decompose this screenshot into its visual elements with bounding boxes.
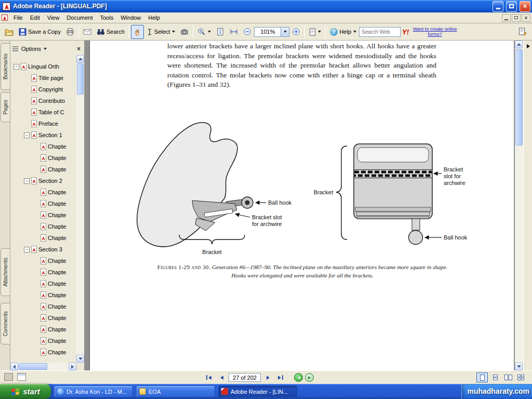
scroll-up-button[interactable] (76, 55, 84, 63)
create-online-forms-link[interactable]: Want to create online forms? (410, 26, 459, 37)
bookmark-item[interactable]: −Section 2 (10, 175, 76, 187)
email-button[interactable] (81, 25, 94, 39)
bookmark-item[interactable]: Chapte (10, 347, 76, 358)
zoom-tool-button[interactable] (195, 25, 214, 39)
bookmark-item[interactable]: Chapte (10, 152, 76, 164)
restore-button[interactable] (506, 1, 517, 12)
expander-icon[interactable]: − (14, 64, 19, 70)
bookmark-item[interactable]: −Section 1 (10, 129, 76, 141)
panel-horizontal-scrollbar[interactable] (10, 363, 76, 370)
continuous-facing-view-button[interactable] (515, 373, 527, 382)
scrollbar-thumb[interactable] (77, 63, 84, 95)
bookmark-item[interactable]: Title page (10, 72, 76, 84)
menu-item[interactable]: View (44, 13, 63, 22)
bookmark-item[interactable]: Chapte (10, 278, 76, 289)
bookmark-item[interactable]: Copyright (10, 84, 76, 95)
document-icon[interactable] (2, 15, 8, 21)
tab-pages[interactable]: Pages (1, 92, 10, 122)
menu-item[interactable]: Tools (97, 13, 117, 22)
statusbar-doc-icon[interactable] (4, 373, 13, 381)
first-page-button[interactable] (204, 373, 214, 382)
bookmark-item[interactable]: Preface (10, 118, 76, 129)
zoom-in-button[interactable] (289, 25, 303, 39)
bookmark-item[interactable]: Chapte (10, 255, 76, 267)
bookmark-item[interactable]: Chapte (10, 232, 76, 244)
bookmark-item[interactable]: Chapte (10, 324, 76, 335)
select-tool-button[interactable]: Select (144, 25, 178, 39)
taskbar-task-button[interactable]: Adobe Reader - [LIN... (218, 385, 297, 397)
bookmark-item[interactable]: Chapte (10, 335, 76, 347)
zoom-level-value[interactable]: 101% (254, 27, 281, 37)
scroll-right-button[interactable] (69, 363, 76, 370)
page-indicator[interactable]: 27 of 202 (229, 373, 261, 382)
bookmark-item[interactable]: Chapte (10, 221, 76, 232)
fit-width-button[interactable] (227, 25, 241, 39)
search-button[interactable]: Search (94, 25, 127, 39)
forms-button[interactable] (516, 25, 530, 39)
bookmark-item[interactable]: Chapte (10, 267, 76, 278)
expander-icon[interactable]: − (24, 247, 30, 252)
start-button[interactable]: start (0, 384, 51, 399)
mdi-close-button[interactable]: × (522, 14, 530, 22)
single-page-view-button[interactable] (476, 373, 488, 382)
bookmark-item[interactable]: Chapte (10, 164, 76, 175)
menu-item[interactable]: Help (144, 13, 164, 22)
menu-item[interactable]: Edit (26, 13, 44, 22)
statusbar-view-icon[interactable] (17, 373, 26, 381)
help-button[interactable]: ? Help (327, 25, 359, 39)
options-menu[interactable]: Options (21, 46, 41, 52)
tab-attachments[interactable]: Attachments (1, 248, 10, 296)
bookmark-item[interactable]: Chapte (10, 198, 76, 209)
expander-icon[interactable]: − (24, 178, 30, 184)
previous-view-button[interactable] (294, 373, 303, 382)
bookmark-item[interactable]: Chapte (10, 301, 76, 312)
previous-page-button[interactable] (216, 373, 227, 382)
mdi-restore-button[interactable] (512, 14, 521, 22)
taskbar-task-button[interactable]: Dr. Asha Kori - LD - M... (54, 385, 133, 397)
bookmark-item[interactable]: Chapte (10, 187, 76, 198)
close-button[interactable]: × (520, 1, 530, 12)
bookmark-item[interactable]: −Lingual Orth (10, 61, 76, 72)
menu-item[interactable]: Window (117, 13, 144, 22)
print-button[interactable] (63, 25, 77, 39)
taskbar-task-button[interactable]: EOA (136, 385, 215, 397)
bookmark-item[interactable]: Table of C (10, 107, 76, 118)
panel-close-button[interactable]: × (75, 45, 82, 52)
zoom-out-button[interactable] (241, 25, 254, 39)
hand-tool-button[interactable] (131, 25, 144, 39)
bookmark-item[interactable]: Chapte (10, 209, 76, 221)
bookmark-item[interactable]: −Section 3 (10, 244, 76, 255)
snapshot-button[interactable] (178, 25, 191, 39)
panel-vertical-scrollbar[interactable] (76, 55, 84, 363)
scrollbar-thumb[interactable] (515, 49, 523, 145)
minimize-button[interactable] (493, 1, 503, 12)
yahoo-icon[interactable]: Y! (401, 28, 410, 36)
scroll-down-button[interactable] (515, 363, 523, 370)
scroll-up-button[interactable] (515, 41, 523, 48)
toolbar-overflow-button[interactable] (525, 43, 531, 49)
save-a-copy-button[interactable]: Save a Copy (16, 25, 63, 39)
continuous-view-button[interactable] (489, 373, 501, 382)
menu-item[interactable]: File (10, 13, 26, 22)
document-vertical-scrollbar[interactable] (515, 41, 523, 370)
search-web-input[interactable] (359, 27, 401, 37)
bookmark-item[interactable]: Chapte (10, 312, 76, 324)
tab-bookmarks[interactable]: Bookmarks (1, 43, 10, 90)
bookmark-item[interactable]: Chapte (10, 289, 76, 301)
actual-size-button[interactable] (214, 25, 227, 39)
expander-icon[interactable]: − (24, 132, 30, 138)
bookmark-item[interactable]: Contributo (10, 95, 76, 107)
bookmark-item[interactable]: Chapte (10, 141, 76, 152)
last-page-button[interactable] (275, 373, 286, 382)
tab-comments[interactable]: Comments (1, 303, 10, 344)
mdi-minimize-button[interactable] (502, 14, 511, 22)
next-view-button[interactable] (305, 373, 314, 382)
scroll-down-button[interactable] (76, 355, 84, 363)
next-page-button[interactable] (263, 373, 273, 382)
scroll-left-button[interactable] (10, 363, 18, 370)
menu-item[interactable]: Document (63, 13, 96, 22)
scrollbar-thumb[interactable] (19, 363, 47, 370)
zoom-level-dropdown[interactable] (281, 27, 289, 37)
facing-view-button[interactable] (502, 373, 514, 382)
open-button[interactable] (2, 25, 16, 39)
